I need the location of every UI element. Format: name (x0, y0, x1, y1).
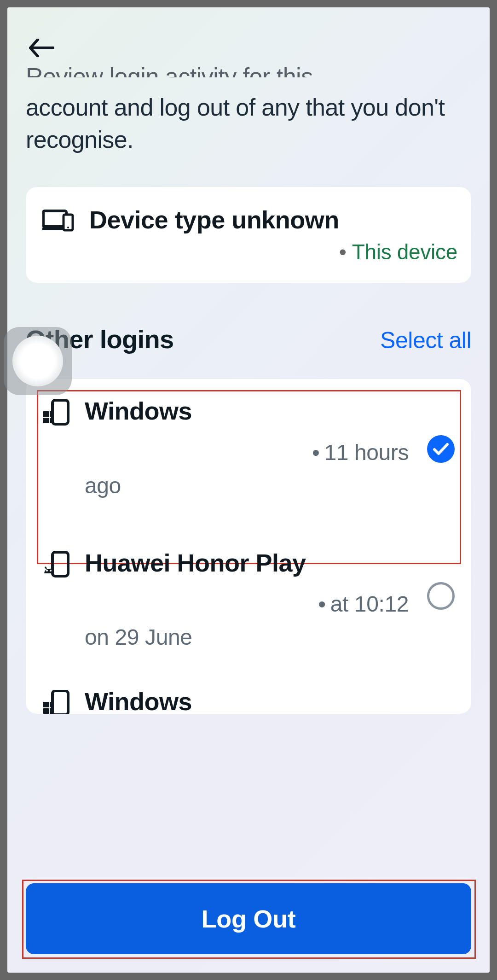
svg-point-11 (50, 570, 52, 572)
svg-rect-14 (52, 691, 68, 714)
arrow-left-icon (29, 39, 54, 57)
android-phone-icon (42, 551, 70, 581)
devices-icon (42, 208, 75, 234)
svg-rect-7 (50, 411, 52, 417)
svg-rect-8 (50, 418, 52, 423)
svg-rect-16 (43, 708, 49, 714)
logins-list: Windows •11 hours ago (26, 379, 471, 714)
logout-button[interactable]: Log Out (26, 883, 471, 954)
svg-rect-4 (52, 400, 68, 424)
svg-rect-5 (43, 411, 49, 417)
page-description: account and log out of any that you don'… (26, 91, 471, 156)
back-button[interactable] (26, 32, 57, 64)
select-all-link[interactable]: Select all (380, 327, 471, 354)
svg-rect-15 (43, 702, 49, 707)
svg-rect-9 (52, 552, 68, 576)
svg-rect-6 (43, 418, 49, 423)
svg-rect-17 (50, 702, 52, 707)
svg-rect-18 (50, 708, 52, 714)
login-item-checkbox[interactable] (427, 435, 455, 463)
login-item-title: Windows (85, 396, 411, 427)
svg-point-3 (67, 227, 69, 228)
login-item-windows-2[interactable]: Windows (26, 672, 471, 714)
svg-line-12 (45, 567, 46, 569)
windows-phone-icon (42, 690, 70, 714)
description-cut-line: Review login activity for this (26, 64, 471, 77)
login-item-title: Windows (85, 686, 411, 714)
login-item-huawei[interactable]: Huawei Honor Play •at 10:12 on 29 June (26, 519, 471, 673)
windows-phone-icon (42, 399, 70, 429)
this-device-badge: •This device (89, 239, 457, 264)
current-device-card[interactable]: Device type unknown •This device (26, 187, 471, 283)
svg-point-10 (46, 570, 48, 572)
login-item-subtitle: •11 hours ago (85, 436, 411, 502)
login-item-checkbox[interactable] (427, 582, 455, 610)
check-icon (433, 443, 449, 455)
login-item-title: Huawei Honor Play (85, 548, 411, 579)
login-item-windows[interactable]: Windows •11 hours ago (26, 379, 471, 519)
login-item-subtitle: •at 10:12 on 29 June (85, 588, 411, 654)
current-device-title: Device type unknown (89, 205, 457, 234)
assistive-touch-button[interactable] (4, 327, 72, 395)
